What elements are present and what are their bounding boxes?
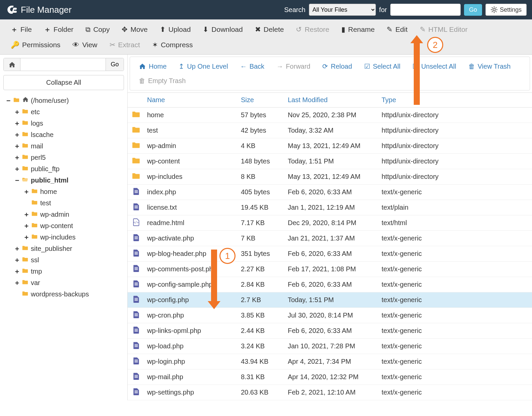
- action-forward[interactable]: →Forward: [270, 59, 316, 74]
- table-row[interactable]: wp-config.php2.7 KBToday, 1:51 PMtext/x-…: [128, 292, 532, 308]
- cell-type: text/x-generic: [379, 323, 532, 339]
- cell-type: text/x-generic: [379, 354, 532, 369]
- path-go-button[interactable]: Go: [106, 58, 124, 71]
- action-empty-trash[interactable]: 🗑Empty Trash: [133, 74, 192, 88]
- tree-toggle[interactable]: +: [15, 163, 19, 175]
- col-name-header[interactable]: Name: [144, 93, 238, 108]
- tree-toggle[interactable]: −: [6, 95, 11, 106]
- tree-toggle[interactable]: +: [15, 106, 19, 118]
- toolbar-copy[interactable]: ⧉Copy: [79, 22, 116, 37]
- col-size-header[interactable]: Size: [238, 93, 285, 108]
- table-row[interactable]: wp-content148 bytesToday, 1:51 PMhttpd/u…: [128, 154, 532, 169]
- table-row[interactable]: wp-cron.php3.85 KBJul 30, 2020, 8:14 PMt…: [128, 308, 532, 323]
- tree-node-tmp[interactable]: +tmp: [15, 266, 124, 277]
- annotation-1: [211, 250, 217, 303]
- go-button[interactable]: Go: [464, 4, 482, 16]
- table-row[interactable]: license.txt19.45 KBJan 1, 2021, 12:19 AM…: [128, 200, 532, 215]
- tree-node-var[interactable]: +var: [15, 277, 124, 288]
- table-row[interactable]: wp-admin4 KBMay 13, 2021, 12:49 AMhttpd/…: [128, 138, 532, 154]
- table-row[interactable]: test42 bytesToday, 3:32 AMhttpd/unix-dir…: [128, 123, 532, 138]
- tree-node-ph-home[interactable]: +home: [24, 186, 124, 197]
- tree-node-etc[interactable]: +etc: [15, 106, 124, 118]
- tree-node-wp-content[interactable]: +wp-content: [24, 220, 124, 231]
- action-select-all[interactable]: ☑Select All: [358, 59, 406, 74]
- table-row[interactable]: wp-blog-header.php351 bytesFeb 6, 2020, …: [128, 246, 532, 262]
- tree-node-lscache[interactable]: +lscache: [15, 129, 124, 140]
- folder-icon: [132, 172, 140, 180]
- table-row[interactable]: wp-config-sample.php2.84 KBFeb 6, 2020, …: [128, 277, 532, 292]
- table-row[interactable]: wp-links-opml.php2.44 KBFeb 6, 2020, 6:3…: [128, 323, 532, 339]
- tree-node-ssl[interactable]: +ssl: [15, 254, 124, 266]
- action-up[interactable]: ↥Up One Level: [173, 59, 234, 74]
- tree-label: wp-admin: [40, 209, 69, 220]
- tree-toggle[interactable]: +: [15, 243, 19, 254]
- table-row[interactable]: wp-comments-post.php2.27 KBFeb 17, 2021,…: [128, 262, 532, 277]
- tree-toggle[interactable]: +: [24, 231, 29, 243]
- toolbar-html-editor[interactable]: ✎HTML Editor: [414, 22, 474, 37]
- cell-size: 42 bytes: [238, 123, 285, 138]
- action-reload[interactable]: ⟳Reload: [316, 59, 358, 74]
- table-row[interactable]: wp-activate.php7 KBJan 21, 2021, 1:37 AM…: [128, 231, 532, 246]
- tree-toggle[interactable]: +: [15, 152, 19, 163]
- table-row[interactable]: wp-login.php43.94 KBApr 4, 2021, 7:34 PM…: [128, 354, 532, 369]
- tree-node-public-html[interactable]: −public_html: [15, 175, 124, 186]
- toolbar-file[interactable]: ＋File: [5, 21, 38, 38]
- tree-toggle[interactable]: +: [15, 118, 19, 129]
- table-row[interactable]: index.php405 bytesFeb 6, 2020, 6:33 AMte…: [128, 185, 532, 200]
- toolbar-edit[interactable]: ✎Edit: [381, 22, 413, 37]
- home-icon[interactable]: [4, 58, 20, 71]
- toolbar-view[interactable]: 👁View: [66, 38, 103, 52]
- toolbar-folder[interactable]: ＋Folder: [38, 21, 80, 38]
- cell-modified: Jan 1, 2021, 12:19 AM: [285, 200, 379, 215]
- tree-node-root[interactable]: − (/home/user): [6, 95, 124, 106]
- tree-node-perl5[interactable]: +perl5: [15, 152, 124, 163]
- toolbar-move[interactable]: ✥Move: [116, 22, 153, 37]
- folder-icon: [132, 110, 140, 118]
- table-row[interactable]: wp-mail.php8.31 KBApr 14, 2020, 12:32 PM…: [128, 369, 532, 385]
- toolbar-upload[interactable]: ⬆Upload: [154, 22, 197, 37]
- table-row[interactable]: wp-load.php3.24 KBJan 10, 2021, 7:28 PMt…: [128, 339, 532, 354]
- tree-toggle[interactable]: +: [15, 277, 19, 288]
- cell-modified: Apr 4, 2021, 7:34 PM: [285, 354, 379, 369]
- toolbar-rename[interactable]: ▮Rename: [335, 22, 381, 37]
- table-row[interactable]: wp-includes8 KBMay 13, 2021, 12:49 AMhtt…: [128, 169, 532, 185]
- table-row[interactable]: home57 bytesNov 25, 2020, 2:38 PMhttpd/u…: [128, 108, 532, 123]
- search-input[interactable]: [390, 4, 461, 16]
- tree-node-site-publisher[interactable]: +site_publisher: [15, 243, 124, 254]
- path-input[interactable]: [20, 58, 106, 71]
- action-back[interactable]: ←Back: [234, 59, 270, 74]
- toolbar-extract[interactable]: ✂Extract: [104, 38, 146, 52]
- tree-toggle[interactable]: +: [24, 186, 29, 197]
- tree-toggle[interactable]: +: [15, 129, 19, 140]
- toolbar-delete[interactable]: ✖Delete: [249, 22, 290, 37]
- permissions-icon: 🔑: [11, 41, 19, 49]
- tree-node-ph-test[interactable]: test: [24, 197, 124, 209]
- tree-toggle[interactable]: +: [15, 266, 19, 277]
- tree-node-wp-includes[interactable]: +wp-includes: [24, 231, 124, 243]
- tree-toggle[interactable]: +: [24, 220, 29, 231]
- tree-node-logs[interactable]: +logs: [15, 118, 124, 129]
- tree-node-wordpress-backups[interactable]: wordpress-backups: [15, 288, 124, 300]
- tree-toggle[interactable]: −: [15, 175, 19, 186]
- col-modified-header[interactable]: Last Modified: [285, 93, 379, 108]
- action-home[interactable]: Home: [133, 59, 173, 74]
- table-row[interactable]: wp-settings.php20.63 KBFeb 2, 2021, 12:1…: [128, 385, 532, 400]
- settings-button[interactable]: Settings: [485, 4, 527, 16]
- cell-modified: Feb 2, 2021, 12:10 AM: [285, 385, 379, 400]
- col-type-header[interactable]: Type: [379, 93, 532, 108]
- tree-toggle[interactable]: +: [15, 140, 19, 152]
- toolbar-download[interactable]: ⬇Download: [197, 22, 249, 37]
- col-icon-header[interactable]: [128, 93, 144, 108]
- tree-node-wp-admin[interactable]: +wp-admin: [24, 209, 124, 220]
- toolbar-permissions[interactable]: 🔑Permissions: [5, 38, 66, 52]
- tree-toggle[interactable]: +: [24, 209, 29, 220]
- tree-node-mail[interactable]: +mail: [15, 140, 124, 152]
- search-scope-select[interactable]: All Your Files: [309, 4, 376, 16]
- action-view-trash[interactable]: 🗑View Trash: [462, 59, 517, 74]
- tree-toggle[interactable]: +: [15, 254, 19, 266]
- toolbar-restore[interactable]: ↺Restore: [290, 22, 335, 37]
- tree-node-public-ftp[interactable]: +public_ftp: [15, 163, 124, 175]
- collapse-all-button[interactable]: Collapse All: [3, 75, 124, 90]
- table-row[interactable]: readme.html7.17 KBDec 29, 2020, 8:14 PMt…: [128, 215, 532, 231]
- toolbar-compress[interactable]: ✶Compress: [146, 38, 199, 52]
